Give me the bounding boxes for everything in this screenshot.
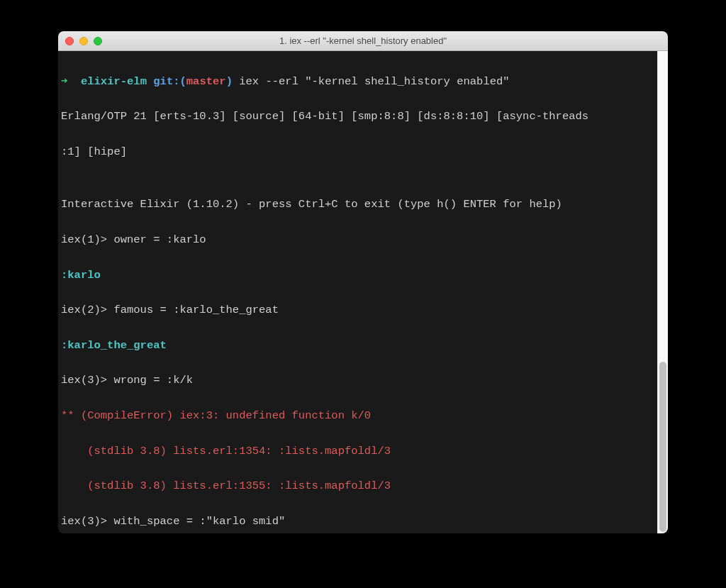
output-line: Erlang/OTP 21 [erts-10.3] [source] [64-b… bbox=[61, 108, 657, 126]
output-line: :1] [hipe] bbox=[61, 143, 657, 161]
shell-prompt-line: ➜ elixir-elm git:(master) iex --erl "-ke… bbox=[61, 73, 657, 91]
iex-result: :karlo bbox=[61, 267, 657, 284]
command-text: iex --erl "-kernel shell_history enabled… bbox=[233, 75, 510, 88]
traffic-lights bbox=[65, 37, 102, 45]
minimize-icon[interactable] bbox=[79, 37, 88, 45]
git-label: git: bbox=[153, 75, 179, 88]
close-icon[interactable] bbox=[65, 37, 74, 45]
error-line: ** (CompileError) iex:3: undefined funct… bbox=[61, 407, 657, 425]
iex-input-line: iex(2)> famous = :karlo_the_great bbox=[61, 301, 657, 319]
window-title: 1. iex --erl "-kernel shell_history enab… bbox=[58, 35, 668, 46]
iex-result: :karlo_the_great bbox=[61, 337, 657, 355]
scrollbar-track[interactable] bbox=[657, 51, 668, 533]
current-dir: elixir-elm bbox=[81, 75, 147, 88]
paren-open: ( bbox=[180, 75, 186, 88]
terminal-window: 1. iex --erl "-kernel shell_history enab… bbox=[58, 31, 668, 533]
error-line: (stdlib 3.8) lists.erl:1355: :lists.mapf… bbox=[61, 477, 657, 495]
iex-input-line: iex(3)> with_space = :"karlo smid" bbox=[61, 513, 657, 531]
git-branch: master bbox=[186, 75, 226, 88]
output-line: Interactive Elixir (1.10.2) - press Ctrl… bbox=[61, 196, 657, 213]
scrollbar-thumb[interactable] bbox=[659, 362, 666, 532]
titlebar[interactable]: 1. iex --erl "-kernel shell_history enab… bbox=[58, 31, 668, 51]
iex-input-line: iex(1)> owner = :karlo bbox=[61, 231, 657, 249]
prompt-arrow-icon: ➜ bbox=[61, 75, 67, 88]
terminal-body: ➜ elixir-elm git:(master) iex --erl "-ke… bbox=[58, 51, 668, 533]
paren-close: ) bbox=[226, 75, 233, 88]
iex-input-line: iex(3)> wrong = :k/k bbox=[61, 372, 657, 389]
terminal-content[interactable]: ➜ elixir-elm git:(master) iex --erl "-ke… bbox=[58, 51, 657, 533]
zoom-icon[interactable] bbox=[94, 37, 102, 45]
error-line: (stdlib 3.8) lists.erl:1354: :lists.mapf… bbox=[61, 443, 657, 460]
